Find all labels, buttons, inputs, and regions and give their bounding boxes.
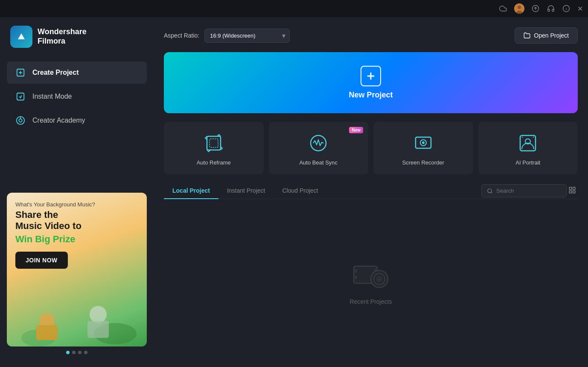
svg-rect-37 xyxy=(569,191,571,193)
new-project-banner[interactable]: New Project xyxy=(164,52,578,113)
svg-rect-24 xyxy=(210,139,218,147)
svg-point-13 xyxy=(19,119,22,122)
avatar[interactable] xyxy=(514,3,524,14)
sidebar-item-creator-academy[interactable]: Creator Academy xyxy=(7,109,147,132)
auto-reframe-icon xyxy=(203,132,225,154)
content-area: Aspect Ratio: 16:9 (Widescreen) 9:16 (Ve… xyxy=(154,17,588,367)
close-button[interactable]: ✕ xyxy=(577,5,583,13)
main-layout: Wondershare Filmora Create Project xyxy=(0,17,588,367)
svg-point-19 xyxy=(90,306,107,323)
titlebar: ✕ xyxy=(0,0,588,17)
grid-icon xyxy=(568,186,576,194)
headphones-icon[interactable] xyxy=(547,4,555,13)
tab-instant-project[interactable]: Instant Project xyxy=(218,183,274,199)
auto-beat-sync-icon xyxy=(307,132,329,154)
film-icon xyxy=(352,260,390,290)
tabs-row: Local Project Instant Project Cloud Proj… xyxy=(164,183,578,199)
app-logo-icon xyxy=(10,26,32,48)
tab-cloud-project[interactable]: Cloud Project xyxy=(274,183,326,199)
sidebar: Wondershare Filmora Create Project xyxy=(0,17,154,367)
open-project-label: Open Project xyxy=(534,32,569,39)
svg-point-25 xyxy=(311,135,326,151)
dot-3[interactable] xyxy=(78,351,82,354)
tool-card-screen-recorder[interactable]: Screen Recorder xyxy=(373,122,473,174)
ad-title: Share the Music Video to xyxy=(15,209,138,232)
sidebar-item-create-project[interactable]: Create Project xyxy=(7,62,147,84)
svg-rect-41 xyxy=(354,276,357,279)
dot-2[interactable] xyxy=(72,351,76,354)
folder-icon xyxy=(524,32,530,39)
svg-point-1 xyxy=(518,6,521,9)
tool-cards-grid: Auto Reframe New Auto Beat Sync xyxy=(164,122,578,174)
aspect-select-wrapper: 16:9 (Widescreen) 9:16 (Vertical) 1:1 (S… xyxy=(204,29,290,43)
search-box xyxy=(481,184,567,197)
instant-mode-icon xyxy=(15,91,26,102)
creator-academy-icon xyxy=(15,115,26,126)
search-icon xyxy=(487,188,493,194)
sidebar-item-creator-academy-label: Creator Academy xyxy=(32,117,85,124)
sidebar-nav: Create Project Instant Mode xyxy=(0,62,154,132)
new-project-label: New Project xyxy=(349,91,393,100)
svg-point-33 xyxy=(488,188,492,192)
svg-rect-40 xyxy=(354,269,357,273)
sidebar-item-instant-mode-label: Instant Mode xyxy=(32,93,72,100)
ad-join-button[interactable]: JOIN NOW xyxy=(15,252,68,269)
svg-line-34 xyxy=(491,192,492,193)
svg-point-46 xyxy=(376,276,382,282)
ad-prize: Win Big Prize xyxy=(15,234,138,245)
ad-dots xyxy=(0,346,154,358)
auto-reframe-label: Auto Reframe xyxy=(197,159,231,166)
logo: Wondershare Filmora xyxy=(0,26,154,62)
svg-rect-36 xyxy=(573,187,575,189)
search-input[interactable] xyxy=(496,188,556,194)
svg-rect-23 xyxy=(207,136,221,150)
open-project-button[interactable]: Open Project xyxy=(515,27,578,44)
svg-rect-17 xyxy=(36,325,58,340)
dot-1[interactable] xyxy=(66,351,70,354)
ad-subtitle: What's Your Background Music? xyxy=(15,201,138,208)
screen-recorder-icon xyxy=(412,132,434,154)
svg-rect-35 xyxy=(569,187,571,189)
recent-projects-area: Recent Projects xyxy=(164,208,578,357)
ai-portrait-icon xyxy=(517,132,539,154)
new-project-add-icon xyxy=(361,66,381,86)
create-project-icon xyxy=(15,68,26,78)
svg-rect-11 xyxy=(17,93,24,100)
cloud-icon[interactable] xyxy=(499,4,507,13)
info-icon[interactable] xyxy=(562,4,571,13)
svg-point-28 xyxy=(422,141,425,144)
aspect-ratio-select[interactable]: 16:9 (Widescreen) 9:16 (Vertical) 1:1 (S… xyxy=(204,29,290,43)
logo-text: Wondershare Filmora xyxy=(38,27,87,46)
auto-beat-sync-label: Auto Beat Sync xyxy=(299,159,338,166)
dot-4[interactable] xyxy=(84,351,87,354)
aspect-ratio-label: Aspect Ratio: xyxy=(164,32,199,39)
ad-banner[interactable]: What's Your Background Music? Share the … xyxy=(7,193,147,346)
app-name-line2: Filmora xyxy=(38,37,87,46)
app-name-line1: Wondershare xyxy=(38,27,87,37)
screen-recorder-label: Screen Recorder xyxy=(402,159,444,166)
svg-rect-38 xyxy=(573,191,575,193)
tool-card-auto-reframe[interactable]: Auto Reframe xyxy=(164,122,264,174)
aspect-ratio-section: Aspect Ratio: 16:9 (Widescreen) 9:16 (Ve… xyxy=(164,29,290,43)
recent-projects-label: Recent Projects xyxy=(350,298,392,305)
tab-local-project[interactable]: Local Project xyxy=(164,183,218,199)
svg-rect-20 xyxy=(87,321,109,338)
ai-portrait-label: AI Portrait xyxy=(515,159,540,166)
top-bar: Aspect Ratio: 16:9 (Widescreen) 9:16 (Ve… xyxy=(164,27,578,44)
sidebar-item-instant-mode[interactable]: Instant Mode xyxy=(7,85,147,108)
tool-card-auto-beat-sync[interactable]: New Auto Beat Sync xyxy=(269,122,369,174)
grid-view-button[interactable] xyxy=(567,185,578,197)
tool-card-ai-portrait[interactable]: AI Portrait xyxy=(478,122,578,174)
upload-icon[interactable] xyxy=(531,4,540,13)
sidebar-item-create-project-label: Create Project xyxy=(32,69,79,76)
new-badge: New xyxy=(349,127,363,133)
